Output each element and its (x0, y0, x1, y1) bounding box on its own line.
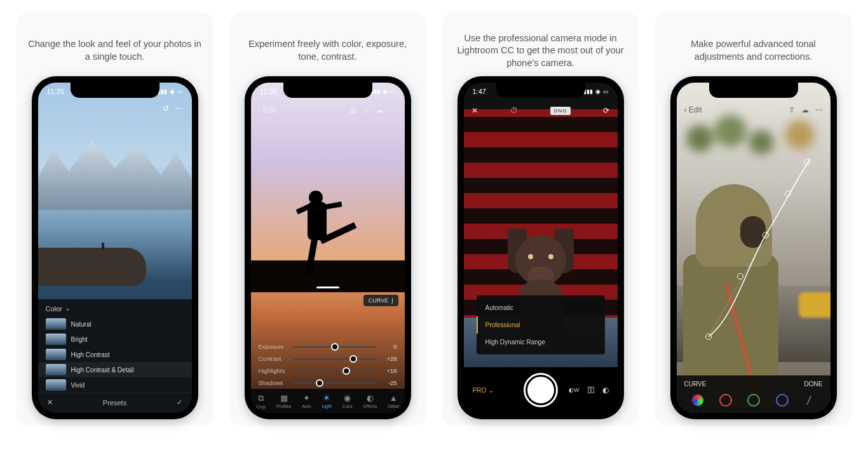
phone-notch (496, 83, 585, 98)
tool-detail[interactable]: ▲Detail (388, 393, 399, 408)
camera-viewfinder (464, 83, 618, 413)
tool-auto[interactable]: ✦Auto (302, 393, 311, 408)
curve-point[interactable] (763, 232, 769, 238)
channel-blue[interactable] (776, 394, 789, 407)
preset-item[interactable]: Bright (38, 332, 192, 347)
preset-item[interactable]: High Contrast & Detail (38, 362, 192, 377)
mode-hdr[interactable]: High Dynamic Range (477, 334, 605, 351)
back-icon[interactable]: ‹ (684, 105, 687, 114)
presets-label: Presets (103, 399, 126, 407)
presets-panel: Color Natural Bright High Contrast High … (38, 299, 192, 413)
curve-icon: ∫ (391, 297, 393, 304)
color-icon: ◉ (344, 393, 351, 403)
lock-icon[interactable]: ⚿ (587, 386, 595, 394)
preset-item[interactable]: High Contrast (38, 347, 192, 362)
phone-screen: 1:47 ▮▮▮ ◉ ▭ ✕ ⏱ DNG ⟳ (464, 83, 618, 413)
curve-label: CURVE (684, 381, 707, 388)
settings-icon[interactable]: ◐ (602, 386, 609, 394)
slider-knob[interactable] (331, 343, 339, 351)
pro-mode-button[interactable]: PRO ⌄ (473, 387, 494, 394)
timer-icon[interactable]: ⏱ (510, 106, 518, 115)
more-icon[interactable]: ⋯ (815, 105, 823, 114)
mode-automatic[interactable]: Automatic (477, 299, 605, 316)
channel-red[interactable] (719, 394, 732, 407)
share-icon[interactable]: ⇪ (789, 105, 795, 114)
filmstrip-icon[interactable]: ▤ (349, 105, 356, 114)
top-action-icons: ↺ ⋯ (163, 104, 183, 113)
slider-highlights[interactable]: Highlights +18 (251, 365, 405, 377)
channel-green[interactable] (747, 394, 760, 407)
phone-notch (709, 83, 798, 98)
white-balance-button[interactable]: ◐W (569, 387, 580, 393)
drag-handle[interactable] (316, 287, 339, 288)
preset-item[interactable]: Vivid (38, 377, 192, 393)
presets-bottom-bar: ✕ Presets ✓ (38, 393, 192, 413)
slider-contrast[interactable]: Contrast +28 (251, 353, 405, 365)
chevron-down-icon: ⌄ (489, 387, 494, 394)
tool-profiles[interactable]: ▦Profiles (276, 393, 291, 408)
slider-knob[interactable] (349, 355, 357, 363)
phone-notch (283, 83, 372, 98)
curve-point[interactable] (785, 191, 791, 197)
curve-point[interactable] (804, 159, 810, 165)
slider-exposure[interactable]: Exposure 0 (251, 341, 405, 353)
panel-caption: Make powerful advanced tonal adjustments… (661, 25, 846, 76)
wifi-icon: ◉ (595, 88, 600, 95)
preset-thumb (46, 364, 66, 375)
switch-camera-icon[interactable]: ⟳ (603, 106, 609, 115)
curve-point[interactable] (705, 334, 712, 340)
phone-screen: ‹ Edit ⇪ ☁ ⋯ CURVE (677, 83, 831, 413)
tool-color[interactable]: ◉Color (342, 393, 353, 408)
slider-shadows[interactable]: Shadows -25 (251, 377, 405, 389)
curve-button[interactable]: CURVE ∫ (363, 295, 398, 306)
status-icons: ▮▮▮ ◉ ▭ (583, 88, 609, 95)
share-icon[interactable]: ⇪ (363, 105, 369, 114)
phone-notch (71, 83, 159, 98)
status-time: 11:26 (260, 88, 278, 95)
cloud-icon[interactable]: ☁ (376, 105, 383, 114)
battery-icon: ▭ (390, 88, 396, 95)
undo-icon[interactable]: ↺ (163, 104, 169, 113)
slider-knob[interactable] (342, 367, 350, 375)
cloud-icon[interactable]: ☁ (801, 105, 809, 114)
dng-format-chip[interactable]: DNG (550, 107, 571, 115)
channel-rgb[interactable] (692, 394, 703, 406)
close-icon[interactable]: ✕ (47, 398, 53, 407)
curve-bottom-panel: CURVE DONE 〳 (677, 375, 831, 413)
edit-header: ‹ Edit ▤ ⇪ ☁ ⋯ (251, 102, 405, 118)
tool-effects[interactable]: ◐Effects (363, 393, 377, 408)
tool-light[interactable]: ☀Light (322, 393, 331, 408)
tool-crop[interactable]: ⧉Crop (256, 393, 266, 409)
shutter-button[interactable] (526, 375, 556, 405)
mode-professional[interactable]: Professional (477, 316, 605, 334)
curve-point[interactable] (737, 273, 743, 280)
back-icon[interactable]: ‹ (259, 105, 261, 114)
preset-thumb (46, 318, 66, 330)
phone-frame: 1:47 ▮▮▮ ◉ ▭ ✕ ⏱ DNG ⟳ (458, 76, 624, 419)
phone-frame: 11:25 ▮▮▮ ◉ ▭ ↺ ⋯ Color Natural (32, 76, 198, 419)
preset-category-dropdown[interactable]: Color (38, 299, 192, 316)
tone-curve-overlay[interactable] (709, 159, 810, 337)
parametric-icon[interactable]: 〳 (804, 394, 815, 406)
camera-mode-menu: Automatic Professional High Dynamic Rang… (477, 295, 605, 354)
done-button[interactable]: DONE (804, 381, 823, 388)
screenshot-panel-2: Experiment freely with color, exposure, … (229, 13, 426, 426)
slider-knob[interactable] (316, 379, 323, 387)
close-icon[interactable]: ✕ (471, 106, 478, 115)
preset-thumb (46, 334, 66, 345)
confirm-icon[interactable]: ✓ (177, 398, 182, 407)
detail-icon: ▲ (390, 393, 398, 403)
status-time: 1:47 (473, 88, 486, 95)
status-icons: ▮▮▮ ◉ ▭ (158, 88, 183, 95)
preset-thumb (46, 349, 66, 360)
more-icon[interactable]: ⋯ (175, 104, 183, 113)
edit-label: Edit (689, 105, 702, 114)
effects-icon: ◐ (367, 393, 374, 403)
phone-frame: ‹ Edit ⇪ ☁ ⋯ CURVE (670, 76, 837, 419)
phone-screen: 11:25 ▮▮▮ ◉ ▭ ↺ ⋯ Color Natural (38, 83, 192, 413)
channel-selector: 〳 (684, 394, 823, 407)
preset-item[interactable]: Natural (38, 316, 192, 332)
more-icon[interactable]: ⋯ (390, 105, 397, 114)
camera-bottom-bar: PRO ⌄ ◐W ⚿ ◐ (464, 367, 618, 413)
panel-caption: Experiment freely with color, exposure, … (236, 25, 420, 76)
